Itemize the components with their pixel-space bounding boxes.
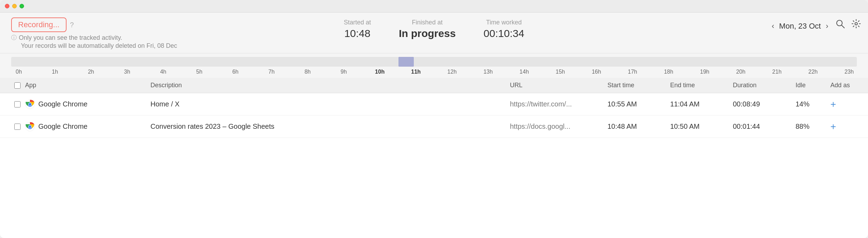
- col-desc: Description: [149, 82, 509, 89]
- col-end: End time: [669, 82, 731, 89]
- row1-end: 11:04 AM: [669, 100, 731, 108]
- title-bar: [0, 0, 868, 13]
- select-all-checkbox[interactable]: [14, 82, 21, 89]
- row1-start: 10:55 AM: [606, 100, 669, 108]
- tl-2h: 2h: [84, 69, 98, 75]
- timeline-active-bar: [398, 57, 414, 67]
- timeline-track: [11, 57, 857, 67]
- row1-checkbox-cell[interactable]: [11, 101, 24, 107]
- minimize-button[interactable]: [12, 4, 17, 8]
- tl-9h: 9h: [337, 69, 351, 75]
- tl-23h: 23h: [842, 69, 856, 75]
- tl-16h: 16h: [589, 69, 603, 75]
- row1-idle: 14%: [794, 100, 829, 108]
- tl-12h: 12h: [445, 69, 459, 75]
- row1-url: https://twitter.com/...: [509, 100, 606, 108]
- row2-add-cell[interactable]: +: [829, 122, 857, 132]
- svg-point-5: [29, 103, 31, 106]
- time-worked-label: Time worked: [486, 19, 522, 26]
- recording-section: Recording... ? ⓘ Only you can see the tr…: [11, 17, 177, 50]
- note-line2: Your records will be automatically delet…: [21, 42, 177, 50]
- row2-end: 10:50 AM: [669, 122, 731, 131]
- tl-5h: 5h: [192, 69, 206, 75]
- started-label: Started at: [344, 19, 371, 26]
- tl-15h: 15h: [553, 69, 567, 75]
- tl-20h: 20h: [734, 69, 748, 75]
- table-row: Google Chrome Conversion rates 2023 – Go…: [0, 116, 868, 138]
- tl-6h: 6h: [228, 69, 242, 75]
- row1-add-button[interactable]: +: [830, 99, 836, 109]
- row2-url: https://docs.googl...: [509, 122, 606, 131]
- tl-19h: 19h: [698, 69, 712, 75]
- col-idle: Idle: [794, 82, 829, 89]
- tl-13h: 13h: [481, 69, 495, 75]
- tl-14h: 14h: [517, 69, 531, 75]
- info-bar: Recording... ? ⓘ Only you can see the tr…: [0, 13, 868, 53]
- tl-3h: 3h: [120, 69, 134, 75]
- col-add: Add as: [829, 82, 857, 89]
- col-app: App: [24, 82, 149, 89]
- stats-section: Started at 10:48 Finished at In progress…: [344, 19, 524, 39]
- row1-app-name: Google Chrome: [38, 100, 87, 108]
- started-value: 10:48: [344, 28, 370, 39]
- row2-app: Google Chrome: [24, 122, 149, 132]
- date-nav: ‹ Mon, 23 Oct ›: [770, 20, 830, 32]
- finished-value: In progress: [399, 28, 456, 39]
- svg-point-2: [855, 23, 858, 25]
- search-button[interactable]: [835, 19, 845, 31]
- info-icon: ⓘ: [11, 34, 17, 42]
- row1-app: Google Chrome: [24, 99, 149, 109]
- tl-17h: 17h: [626, 69, 640, 75]
- row2-checkbox[interactable]: [14, 124, 21, 130]
- chrome-icon: [25, 99, 35, 109]
- tl-0h: 0h: [12, 69, 26, 75]
- close-button[interactable]: [5, 4, 9, 8]
- row1-add-cell[interactable]: +: [829, 99, 857, 109]
- tl-4h: 4h: [156, 69, 170, 75]
- recording-note: ⓘ Only you can see the tracked activity.…: [11, 34, 177, 50]
- tl-11h: 11h: [409, 69, 423, 75]
- table-section: App Description URL Start time End time …: [0, 78, 868, 238]
- stat-time-worked: Time worked 00:10:34: [483, 19, 524, 39]
- next-date-button[interactable]: ›: [824, 20, 830, 32]
- stat-finished: Finished at In progress: [399, 19, 456, 39]
- chrome-icon: [25, 122, 35, 132]
- table-header: App Description URL Start time End time …: [0, 78, 868, 93]
- timeline-labels: 0h 1h 2h 3h 4h 5h 6h 7h 8h 9h 10h 11h 12…: [11, 69, 857, 75]
- svg-point-8: [29, 125, 31, 128]
- recording-button[interactable]: Recording...: [11, 17, 67, 32]
- col-duration: Duration: [731, 82, 794, 89]
- row2-app-name: Google Chrome: [38, 122, 87, 131]
- maximize-button[interactable]: [20, 4, 24, 8]
- row2-duration: 00:01:44: [731, 122, 794, 131]
- table-row: Google Chrome Home / X https://twitter.c…: [0, 93, 868, 116]
- app-window: Recording... ? ⓘ Only you can see the tr…: [0, 0, 868, 238]
- tl-7h: 7h: [264, 69, 278, 75]
- row1-duration: 00:08:49: [731, 100, 794, 108]
- row2-desc: Conversion rates 2023 – Google Sheets: [149, 122, 509, 131]
- row1-checkbox[interactable]: [14, 101, 21, 107]
- col-start: Start time: [606, 82, 669, 89]
- svg-point-0: [837, 20, 842, 26]
- settings-button[interactable]: [851, 19, 861, 31]
- col-select-all[interactable]: [11, 82, 24, 89]
- row2-idle: 88%: [794, 122, 829, 131]
- help-icon[interactable]: ?: [70, 21, 74, 29]
- tl-21h: 21h: [770, 69, 784, 75]
- finished-label: Finished at: [412, 19, 443, 26]
- time-worked-value: 00:10:34: [483, 28, 524, 39]
- date-label: Mon, 23 Oct: [779, 22, 821, 31]
- row2-add-button[interactable]: +: [830, 122, 836, 132]
- tl-1h: 1h: [48, 69, 62, 75]
- timeline-section: 0h 1h 2h 3h 4h 5h 6h 7h 8h 9h 10h 11h 12…: [0, 53, 868, 78]
- prev-date-button[interactable]: ‹: [770, 20, 776, 32]
- tl-22h: 22h: [806, 69, 820, 75]
- row2-start: 10:48 AM: [606, 122, 669, 131]
- stat-started: Started at 10:48: [344, 19, 371, 39]
- action-icons: [835, 19, 861, 31]
- svg-line-1: [842, 25, 845, 28]
- tl-8h: 8h: [301, 69, 315, 75]
- col-url: URL: [509, 82, 606, 89]
- row1-desc: Home / X: [149, 100, 509, 108]
- row2-checkbox-cell[interactable]: [11, 124, 24, 130]
